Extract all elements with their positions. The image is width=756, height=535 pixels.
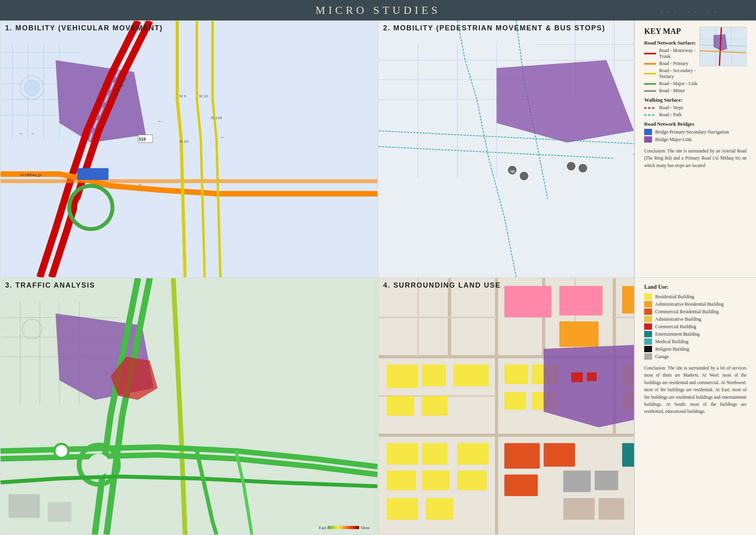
svg-rect-109 (387, 443, 418, 465)
svg-rect-121 (504, 286, 552, 318)
speed-gradient (328, 526, 359, 529)
lu-garage-color (644, 353, 652, 360)
svg-rect-101 (453, 364, 489, 386)
lu-admin-residential: Administrative Residential Building (644, 301, 747, 307)
svg-point-11 (24, 80, 40, 96)
svg-rect-98 (387, 396, 414, 416)
panel-title-2: 2. MOBILITY (PEDESTRIAN MOVEMENT & BUS S… (383, 24, 605, 32)
svg-text:←: ← (138, 182, 143, 187)
svg-rect-122 (560, 286, 603, 316)
svg-text:St 10: St 10 (199, 94, 208, 98)
lu-commercial-color (644, 323, 652, 330)
map-svg-1: ↓ ↓ ← ← ← → ← The Ring Rd Al Mithaq St 5… (0, 21, 378, 277)
svg-point-51 (519, 171, 529, 181)
lu-medical: Medical Building (644, 338, 747, 345)
lu-entertainment-label: Entertainment Building (655, 331, 700, 337)
lu-commercial: Commercial Building (644, 323, 747, 330)
path-color (644, 114, 656, 116)
speed-legend: Fast Slow (319, 525, 370, 530)
svg-text:↓: ↓ (18, 132, 23, 135)
motorway-color (644, 53, 656, 54)
primary-label: Road - Primary (659, 61, 688, 67)
lu-residential-color (644, 294, 652, 300)
legend-bridge-major: Bridge-Major-Link (644, 136, 747, 143)
lu-garage: Garage (644, 353, 747, 360)
svg-rect-116 (426, 498, 454, 520)
svg-rect-114 (457, 470, 487, 490)
svg-rect-128 (544, 443, 575, 467)
slow-label: Slow (361, 525, 370, 530)
page-title: MICRO STUDIES (315, 4, 441, 17)
svg-rect-111 (422, 443, 448, 465)
svg-point-53 (578, 163, 587, 173)
svg-text:St 9: St 9 (179, 94, 186, 98)
svg-point-52 (567, 162, 576, 171)
lu-commercial-label: Commercial Building (655, 324, 696, 330)
lu-residential-label: Residential Building (655, 294, 694, 300)
svg-point-77 (88, 454, 110, 476)
legend-motorway: Road - Motorway - Trunk (644, 48, 696, 59)
lu-religion: Religion Building (644, 346, 747, 352)
svg-rect-80 (48, 502, 71, 522)
bridges-title: Road Network Bridges (644, 121, 747, 127)
legend-minor: Road - Minor (644, 88, 747, 94)
svg-text:Al Mithaq St: Al Mithaq St (20, 173, 41, 177)
svg-rect-102 (504, 364, 528, 384)
lu-admin-color (644, 316, 652, 322)
walking-surface-title: Walking Surface: (644, 97, 747, 103)
svg-rect-140 (587, 372, 597, 381)
svg-rect-144 (598, 498, 624, 520)
panel-title-4: 4. SURROUNDING LAND USE (383, 281, 501, 290)
right-sidebar: KEY MAP Road Network Surface: Road - Mot… (634, 20, 756, 535)
svg-rect-110 (387, 470, 416, 490)
major-color (644, 83, 656, 85)
steps-label: Road - Steps (659, 105, 683, 111)
svg-rect-97 (387, 364, 418, 388)
lu-admin-res-color (644, 301, 652, 307)
lu-comm-res-label: Commercial Residential Building (655, 309, 719, 315)
lu-admin-res-label: Administrative Residential Building (655, 301, 724, 307)
svg-rect-100 (422, 396, 448, 416)
lu-admin-label: Administrative Building (655, 316, 701, 322)
svg-rect-126 (504, 443, 540, 469)
lu-religion-label: Religion Building (655, 346, 689, 352)
svg-text:St 118: St 118 (211, 115, 222, 120)
fast-label: Fast (319, 525, 326, 530)
svg-rect-115 (387, 498, 418, 520)
minor-label: Road - Minor (659, 88, 685, 94)
secondary-label: Road - Secondary - Tertiary (659, 68, 696, 80)
key-map-thumbnail (699, 27, 747, 66)
bridge-major-color (644, 136, 652, 143)
svg-rect-123 (560, 321, 599, 347)
svg-rect-113 (457, 443, 489, 465)
svg-rect-143 (563, 498, 595, 520)
land-use-section: Land Use: Residential Building Administr… (634, 278, 756, 535)
bridge-primary-label: Bridge-Primary-Secondary-Navigation (655, 129, 729, 135)
lu-garage-label: Garage (655, 354, 669, 360)
bridge-major-label: Bridge-Major-Link (655, 137, 691, 143)
legend-steps: Road - Steps (644, 105, 747, 111)
legend-primary: Road - Primary (644, 61, 696, 67)
lu-entertainment-color (644, 331, 652, 337)
svg-text:←: ← (158, 119, 162, 124)
svg-text:516: 516 (139, 137, 146, 141)
lu-commercial-residential: Commercial Residential Building (644, 308, 747, 315)
key-map-section: KEY MAP Road Network Surface: Road - Mot… (634, 20, 756, 278)
major-label: Road - Major - Link (659, 81, 697, 87)
header: MICRO STUDIES . . . . . . . . . . (0, 0, 756, 20)
minor-color (644, 90, 656, 92)
svg-rect-79 (8, 494, 40, 518)
legend-path: Road - Path (644, 112, 747, 118)
svg-rect-142 (595, 470, 618, 490)
land-use-title: Land Use: (644, 284, 747, 290)
svg-rect-112 (422, 470, 450, 490)
svg-point-15 (77, 194, 105, 221)
map-svg-3 (0, 278, 378, 535)
motorway-label: Road - Motorway - Trunk (659, 48, 696, 59)
legend-secondary: Road - Secondary - Tertiary (644, 68, 696, 80)
svg-text:←: ← (220, 134, 225, 140)
primary-color (644, 63, 656, 65)
svg-rect-13 (77, 168, 109, 180)
secondary-color (644, 73, 656, 74)
svg-point-78 (54, 444, 69, 458)
